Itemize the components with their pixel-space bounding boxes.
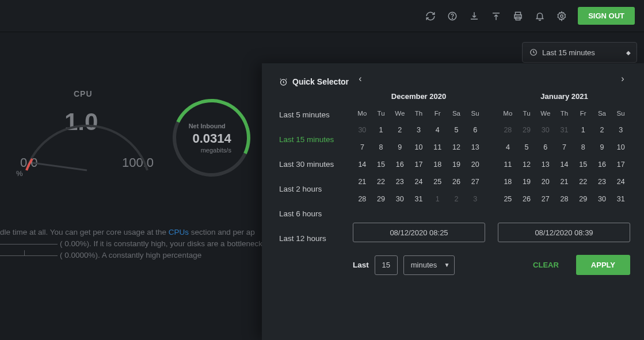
- calendar-day[interactable]: 12: [517, 156, 536, 173]
- gear-icon[interactable]: [556, 10, 567, 22]
- calendar-day[interactable]: 25: [498, 190, 517, 208]
- calendar-day[interactable]: 30: [593, 190, 612, 208]
- calendar-day[interactable]: 9: [390, 139, 409, 156]
- calendar-day[interactable]: 13: [536, 156, 555, 173]
- calendar-day[interactable]: 16: [593, 156, 612, 173]
- calendar-day[interactable]: 30: [390, 190, 409, 208]
- clear-button[interactable]: CLEAR: [521, 255, 570, 275]
- calendar-day[interactable]: 5: [517, 139, 536, 156]
- calendar-day[interactable]: 30: [536, 121, 555, 139]
- calendar-day[interactable]: 3: [611, 121, 630, 139]
- quick-item[interactable]: Last 6 hours: [279, 201, 353, 226]
- calendar-day[interactable]: 18: [428, 156, 447, 173]
- calendar-day[interactable]: 4: [428, 121, 447, 139]
- calendar-day[interactable]: 4: [498, 139, 517, 156]
- calendar-day[interactable]: 6: [536, 139, 555, 156]
- calendar-day[interactable]: 29: [372, 190, 391, 208]
- calendar-day[interactable]: 14: [353, 156, 372, 173]
- month-title: January 2021: [498, 89, 630, 108]
- quick-item[interactable]: Last 5 minutes: [279, 102, 353, 127]
- calendar-day[interactable]: 1: [574, 121, 593, 139]
- calendar-day[interactable]: 20: [466, 156, 485, 173]
- calendar-column: ‹ › December 2020 MoTuWeThFrSaSu 3012345…: [353, 63, 644, 340]
- last-unit-select[interactable]: minutes▼: [403, 255, 455, 275]
- calendar-day[interactable]: 2: [447, 190, 466, 208]
- calendar-day[interactable]: 7: [353, 139, 372, 156]
- calendar-day[interactable]: 6: [466, 121, 485, 139]
- calendar-day[interactable]: 17: [611, 156, 630, 173]
- calendar-day[interactable]: 21: [555, 173, 574, 190]
- calendar-day[interactable]: 11: [498, 156, 517, 173]
- calendar-day[interactable]: 22: [574, 173, 593, 190]
- calendar-day[interactable]: 31: [555, 121, 574, 139]
- quick-item[interactable]: Last 2 hours: [279, 177, 353, 201]
- print-icon[interactable]: [512, 10, 524, 22]
- calendar-day[interactable]: 3: [466, 190, 485, 208]
- calendar-day[interactable]: 1: [372, 121, 391, 139]
- apply-button[interactable]: APPLY: [576, 255, 630, 275]
- day-of-week: Su: [466, 108, 485, 121]
- quick-item[interactable]: Last 15 minutes: [279, 127, 353, 152]
- calendar-day[interactable]: 10: [409, 139, 428, 156]
- calendar-day[interactable]: 26: [517, 190, 536, 208]
- calendar-day[interactable]: 23: [593, 173, 612, 190]
- range-end-input[interactable]: [498, 223, 630, 242]
- calendar-day[interactable]: 28: [555, 190, 574, 208]
- help-icon[interactable]: [447, 10, 458, 22]
- quick-item[interactable]: Last 30 minutes: [279, 152, 353, 177]
- calendar-day[interactable]: 24: [611, 173, 630, 190]
- calendar-day[interactable]: 30: [353, 121, 372, 139]
- calendar-day[interactable]: 13: [466, 139, 485, 156]
- calendar-day[interactable]: 20: [536, 173, 555, 190]
- calendar-day[interactable]: 29: [574, 190, 593, 208]
- calendar-day[interactable]: 28: [353, 190, 372, 208]
- calendar-day[interactable]: 29: [517, 121, 536, 139]
- quick-item[interactable]: Last 12 hours: [279, 226, 353, 251]
- calendar-day[interactable]: 19: [517, 173, 536, 190]
- quick-selector-column: Quick Selector Last 5 minutesLast 15 min…: [262, 63, 353, 340]
- download-icon[interactable]: [468, 10, 480, 22]
- calendar-day[interactable]: 24: [409, 173, 428, 190]
- calendar-day[interactable]: 16: [390, 156, 409, 173]
- calendar-day[interactable]: 5: [447, 121, 466, 139]
- day-of-week: We: [390, 108, 409, 121]
- calendar-day[interactable]: 2: [593, 121, 612, 139]
- calendar-day[interactable]: 31: [611, 190, 630, 208]
- calendar-day[interactable]: 8: [372, 139, 391, 156]
- calendar-day[interactable]: 21: [353, 173, 372, 190]
- calendar-day[interactable]: 2: [390, 121, 409, 139]
- calendar-day[interactable]: 8: [574, 139, 593, 156]
- calendar-day[interactable]: 27: [536, 190, 555, 208]
- calendar-day[interactable]: 14: [555, 156, 574, 173]
- last-value-input[interactable]: [375, 255, 398, 275]
- day-of-week: Su: [611, 108, 630, 121]
- calendar-day[interactable]: 15: [574, 156, 593, 173]
- calendar-day[interactable]: 10: [611, 139, 630, 156]
- next-month-button[interactable]: ›: [616, 72, 629, 85]
- calendar-day[interactable]: 11: [428, 139, 447, 156]
- time-range-selector[interactable]: Last 15 minutes ◆: [522, 42, 637, 63]
- calendar-day[interactable]: 27: [466, 173, 485, 190]
- upload-icon[interactable]: [490, 10, 502, 22]
- refresh-icon[interactable]: [425, 10, 436, 22]
- calendar-day[interactable]: 9: [593, 139, 612, 156]
- calendar-day[interactable]: 28: [498, 121, 517, 139]
- signout-button[interactable]: SIGN OUT: [578, 7, 635, 25]
- calendar-day[interactable]: 12: [447, 139, 466, 156]
- cpus-link[interactable]: CPUs: [169, 228, 189, 236]
- calendar-day[interactable]: 7: [555, 139, 574, 156]
- calendar-day[interactable]: 25: [428, 173, 447, 190]
- range-start-input[interactable]: [353, 223, 485, 242]
- calendar-day[interactable]: 26: [447, 173, 466, 190]
- calendar-day[interactable]: 17: [409, 156, 428, 173]
- calendar-day[interactable]: 19: [447, 156, 466, 173]
- bell-icon[interactable]: [534, 10, 546, 22]
- calendar-day[interactable]: 18: [498, 173, 517, 190]
- calendar-day[interactable]: 1: [428, 190, 447, 208]
- calendar-day[interactable]: 31: [409, 190, 428, 208]
- calendar-day[interactable]: 23: [390, 173, 409, 190]
- calendar-day[interactable]: 3: [409, 121, 428, 139]
- calendar-day[interactable]: 15: [372, 156, 391, 173]
- calendar-day[interactable]: 22: [372, 173, 391, 190]
- prev-month-button[interactable]: ‹: [354, 72, 367, 85]
